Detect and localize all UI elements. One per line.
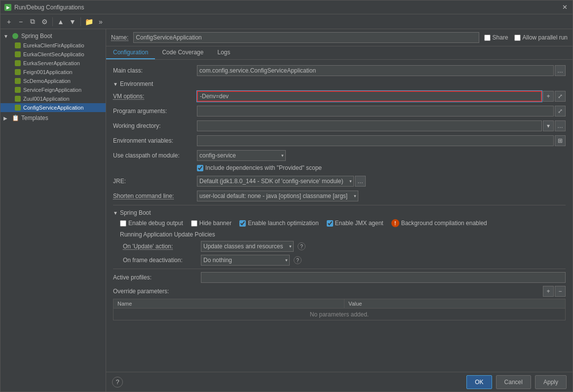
divider-2: [113, 269, 566, 269]
jre-browse-button[interactable]: …: [355, 176, 366, 187]
sidebar-item-templates[interactable]: ▶ 📋 Templates: [0, 113, 106, 123]
main-content: ▼ Spring Boot EurekaClientFirApplicatio …: [0, 29, 573, 392]
ok-button[interactable]: OK: [466, 375, 492, 389]
vm-options-fullscreen-button[interactable]: ⤢: [555, 91, 566, 102]
program-args-label: Program arguments:: [113, 108, 197, 115]
spring-boot-header[interactable]: ▼ Spring Boot: [0, 31, 106, 41]
remove-config-button[interactable]: −: [15, 16, 26, 27]
enable-debug-checkbox[interactable]: [120, 220, 126, 227]
name-bar: Name: Share Allow parallel run: [106, 29, 573, 46]
vm-options-input-container: + ⤢: [197, 91, 566, 102]
share-checkbox-label[interactable]: Share: [484, 34, 508, 41]
help-button[interactable]: ?: [112, 377, 123, 388]
params-empty-row: No parameters added.: [114, 309, 566, 320]
bottom-right: OK Cancel Apply: [466, 375, 567, 389]
working-dir-input-group: ▾ …: [197, 120, 566, 131]
tab-logs[interactable]: Logs: [210, 46, 237, 59]
active-profiles-input[interactable]: [201, 272, 566, 283]
environment-section-header: ▼ Environment: [113, 80, 566, 87]
env-vars-input-group: ⊞: [197, 135, 566, 146]
classpath-select[interactable]: config-service: [197, 150, 286, 161]
folder-button[interactable]: 📁: [83, 16, 94, 27]
working-dir-browse-button[interactable]: …: [555, 120, 566, 131]
share-checkbox[interactable]: [484, 35, 491, 41]
allow-parallel-checkbox[interactable]: [514, 35, 521, 41]
include-deps-checkbox[interactable]: [197, 165, 203, 171]
cancel-button[interactable]: Cancel: [496, 375, 531, 389]
enable-launch-checkbox[interactable]: [239, 220, 246, 227]
shorten-row: Shorten command line: user-local default…: [113, 190, 566, 202]
sidebar-item-feign001[interactable]: Feign001Application: [0, 68, 106, 77]
shorten-select[interactable]: user-local default: none - java [options…: [197, 191, 358, 201]
sidebar-item-configservice[interactable]: ConfigServiceApplication: [0, 103, 106, 112]
include-deps-row: Include dependencies with "Provided" sco…: [113, 164, 566, 171]
app-icon-5: [14, 78, 21, 84]
name-input[interactable]: [133, 32, 479, 43]
vm-options-input[interactable]: [197, 91, 542, 102]
sidebar-item-eurka-sec[interactable]: EurkaClientSecApplicatio: [0, 50, 106, 59]
sidebar-item-scdemo[interactable]: ScDemoApplication: [0, 77, 106, 85]
jre-input-group: Default (jdk1.8.0_144 - SDK of 'config-s…: [197, 176, 366, 187]
program-args-input-group: ⤢: [197, 106, 566, 117]
main-class-input-group: …: [197, 65, 566, 76]
more-button[interactable]: »: [95, 16, 106, 27]
on-update-help-button[interactable]: ?: [298, 242, 306, 250]
jre-select[interactable]: Default (jdk1.8.0_144 - SDK of 'config-s…: [197, 176, 354, 187]
jre-select-wrapper: Default (jdk1.8.0_144 - SDK of 'config-s…: [197, 176, 354, 187]
name-label: Name:: [111, 34, 128, 41]
tab-configuration[interactable]: Configuration: [106, 46, 155, 59]
program-args-row: Program arguments: ⤢: [113, 105, 566, 117]
main-class-browse-button[interactable]: …: [555, 65, 566, 76]
sidebar-item-zuul001[interactable]: Zuul001Application: [0, 94, 106, 103]
classpath-label: Use classpath of module:: [113, 152, 197, 159]
env-vars-browse-button[interactable]: ⊞: [555, 135, 566, 146]
add-config-button[interactable]: +: [3, 16, 14, 27]
active-profiles-row: Active profiles:: [113, 272, 566, 283]
move-down-button[interactable]: ▼: [67, 16, 78, 27]
window-title: Run/Debug Configurations: [14, 4, 561, 11]
add-param-button[interactable]: +: [543, 286, 554, 297]
include-deps-label: Include dependencies with "Provided" sco…: [205, 164, 322, 171]
classpath-select-wrapper: config-service ▾: [197, 150, 286, 161]
program-args-input[interactable]: [197, 106, 554, 117]
allow-parallel-checkbox-label[interactable]: Allow parallel run: [514, 34, 568, 41]
move-up-button[interactable]: ▲: [55, 16, 66, 27]
on-update-row: On 'Update' action: Update classes and r…: [113, 241, 566, 252]
enable-jmx-label[interactable]: Enable JMX agent: [327, 220, 383, 227]
templates-icon: 📋: [11, 114, 19, 122]
working-dir-input[interactable]: [197, 120, 542, 131]
app-icon-8: [14, 104, 21, 111]
params-value-header: Value: [344, 299, 566, 309]
run-debug-configurations-window: ▶ Run/Debug Configurations ✕ + − ⧉ ⚙ ▲ ▼…: [0, 0, 573, 392]
running-update-section: Running Application Update Policies On '…: [113, 231, 566, 266]
apply-button[interactable]: Apply: [535, 375, 567, 389]
tab-code-coverage[interactable]: Code Coverage: [155, 46, 210, 59]
on-update-select[interactable]: Update classes and resources: [201, 241, 294, 252]
working-dir-dropdown-button[interactable]: ▾: [543, 120, 554, 131]
vm-options-expand-button[interactable]: +: [543, 91, 554, 102]
settings-button[interactable]: ⚙: [39, 16, 50, 27]
program-args-expand-button[interactable]: ⤢: [555, 106, 566, 117]
sidebar-item-servicefeign[interactable]: ServiceFeignApplication: [0, 85, 106, 94]
vm-options-label: VM options:: [113, 93, 197, 100]
on-frame-help-button[interactable]: ?: [294, 256, 302, 264]
enable-jmx-checkbox[interactable]: [327, 220, 333, 227]
env-vars-input[interactable]: [197, 135, 554, 146]
sidebar-item-eureka-fir[interactable]: EurekaClientFirApplicatio: [0, 41, 106, 50]
hide-banner-checkbox[interactable]: [191, 220, 197, 227]
app-icon-2: [14, 51, 21, 58]
close-button[interactable]: ✕: [561, 3, 569, 11]
main-class-row: Main class: …: [113, 65, 566, 77]
enable-launch-label[interactable]: Enable launch optimization: [239, 220, 318, 227]
hide-banner-label[interactable]: Hide banner: [191, 220, 231, 227]
copy-config-button[interactable]: ⧉: [27, 16, 38, 27]
remove-param-button[interactable]: −: [555, 286, 566, 297]
tree-collapse-arrow: ▼: [3, 34, 9, 39]
params-action-buttons: + −: [543, 286, 566, 297]
enable-debug-label[interactable]: Enable debug output: [120, 220, 183, 227]
sidebar-item-eurka-server[interactable]: EurkaServerApplication: [0, 59, 106, 68]
main-class-input[interactable]: [197, 65, 554, 76]
environment-arrow: ▼: [113, 81, 118, 87]
spring-boot-checkboxes-row: Enable debug output Hide banner Enable l…: [120, 219, 566, 227]
on-frame-select[interactable]: Do nothing: [201, 255, 290, 266]
